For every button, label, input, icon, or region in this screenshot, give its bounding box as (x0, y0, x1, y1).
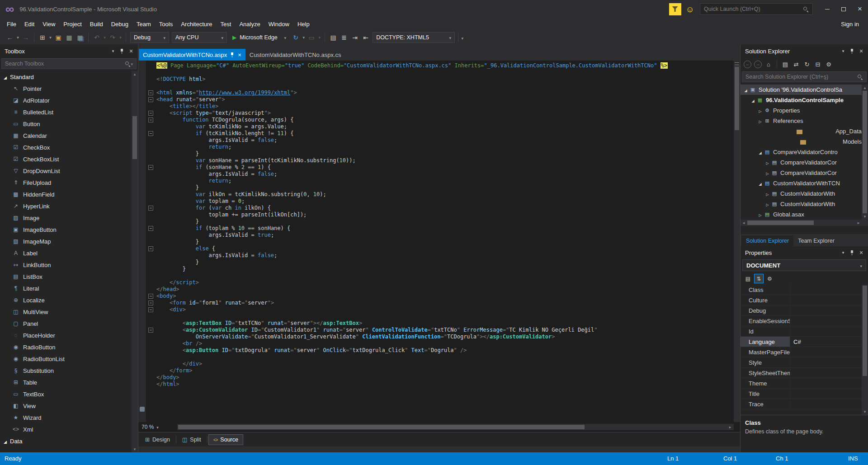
undo-dropdown-icon[interactable] (102, 35, 107, 40)
menu-item-debug[interactable]: Debug (107, 19, 132, 29)
tree-item[interactable]: 96.ValidationControlSample (741, 95, 862, 105)
code-line[interactable]: OnServerValidate="CustomValidator1_Serve… (138, 333, 734, 340)
search-options-icon[interactable] (131, 61, 133, 67)
pin-icon[interactable] (848, 249, 856, 257)
categorized-icon[interactable] (743, 274, 753, 283)
toolbox-item[interactable]: ▭Button (0, 118, 131, 130)
tree-item[interactable]: App_Data (741, 126, 862, 136)
menu-item-team[interactable]: Team (132, 19, 155, 29)
pin-icon[interactable] (118, 47, 126, 55)
navigate-backward-icon[interactable] (5, 32, 15, 43)
toolbox-item[interactable]: ▧ImageMap (0, 235, 131, 247)
refresh-dropdown-icon[interactable] (301, 35, 306, 40)
tree-item[interactable]: CustomValidatorWith (741, 188, 862, 199)
window-position-icon[interactable] (839, 249, 847, 257)
toolbox-item[interactable]: ☑CheckBox (0, 141, 131, 153)
close-icon[interactable] (127, 47, 135, 55)
tab-customvalidatorwithtcno-aspx[interactable]: CustomValidatorWithTCNo.aspx (139, 49, 245, 61)
pin-tab-icon[interactable] (230, 52, 235, 58)
solution-platform-dropdown[interactable]: Any CPU (172, 32, 227, 43)
expand-arrow-icon[interactable] (764, 190, 771, 197)
expand-arrow-icon[interactable] (764, 169, 771, 176)
toolbox-item[interactable]: ↦LinkButton (0, 259, 131, 271)
collapse-arrow-icon[interactable] (757, 180, 764, 187)
doctype-dropdown[interactable]: DOCTYPE: XHTML5 (373, 32, 455, 43)
code-line[interactable]: if (sonHane % 2 == 1) { (138, 164, 734, 171)
refresh-browser-icon[interactable] (290, 32, 301, 43)
code-line[interactable]: var tcKimlikNo = args.Value; (138, 123, 734, 130)
code-line[interactable]: <form id="form1" runat="server"> (138, 300, 734, 306)
minimize-button[interactable] (819, 0, 835, 18)
code-line[interactable]: args.IsValid = false; (138, 171, 734, 178)
source-view-button[interactable]: Source (208, 434, 243, 445)
pin-icon[interactable] (848, 47, 856, 55)
scrollbar-thumb[interactable] (735, 67, 739, 130)
property-row[interactable]: Id (741, 326, 862, 337)
close-tab-icon[interactable] (238, 52, 241, 58)
collapse-arrow-icon[interactable] (750, 97, 756, 103)
code-line[interactable] (138, 83, 734, 89)
comment-lines-icon[interactable] (339, 32, 349, 43)
toolbox-item[interactable]: ▭TextBox (0, 388, 131, 400)
toolbox-item[interactable]: ALabel (0, 247, 131, 259)
fold-collapse-icon[interactable] (148, 111, 153, 116)
expand-arrow-icon[interactable] (757, 211, 764, 218)
menu-item-help[interactable]: Help (293, 19, 314, 29)
code-line[interactable]: return; (138, 144, 734, 150)
code-line[interactable]: </div> (138, 361, 734, 367)
save-icon[interactable] (64, 32, 75, 43)
code-line[interactable] (138, 69, 734, 76)
design-view-button[interactable]: Design (140, 434, 175, 445)
scroll-right-icon[interactable] (726, 424, 734, 430)
browser-link-dropdown-icon[interactable] (317, 35, 322, 40)
code-line[interactable]: } (138, 239, 734, 245)
property-row[interactable]: Title (741, 389, 862, 399)
fold-collapse-icon[interactable] (148, 97, 153, 102)
tree-item[interactable]: CompareValidatorCor (741, 157, 862, 168)
new-item-dropdown-icon[interactable] (48, 35, 53, 40)
property-row[interactable]: Debug (741, 305, 862, 316)
redo-icon[interactable] (107, 32, 118, 43)
scrollbar-thumb[interactable] (132, 116, 137, 159)
code-line[interactable]: var sonHane = parseInt(tcKimlikNo.substr… (138, 157, 734, 164)
code-line[interactable]: if (toplam % 10 == sonHane) { (138, 225, 734, 232)
toolbox-item[interactable]: ⊞Table (0, 376, 131, 388)
fold-collapse-icon[interactable] (148, 117, 153, 122)
menu-item-view[interactable]: View (38, 19, 59, 29)
tree-item[interactable]: Global.asax (741, 209, 862, 220)
code-line[interactable]: </script> (138, 279, 734, 286)
expand-arrow-icon[interactable] (764, 201, 771, 207)
code-line[interactable]: args.IsValid = false; (138, 252, 734, 259)
toolbox-item[interactable]: ↖Pointer (0, 83, 131, 94)
code-line[interactable] (138, 354, 734, 361)
undo-icon[interactable] (91, 32, 102, 43)
property-row[interactable]: StyleSheetThem (741, 368, 862, 378)
code-line[interactable]: toplam += parseInt(ilkOn[ch]); (138, 211, 734, 218)
toolbox-section-data[interactable]: Data (0, 435, 131, 447)
notifications-filter-icon[interactable] (669, 3, 681, 15)
back-icon[interactable] (744, 61, 751, 68)
toolbox-item[interactable]: ☑CheckBoxList (0, 153, 131, 165)
code-line[interactable]: } (138, 150, 734, 157)
scroll-up-icon[interactable] (132, 71, 138, 77)
code-line[interactable]: <br /> (138, 340, 734, 347)
toolbox-section-standard[interactable]: Standard (0, 71, 131, 83)
tab-customvalidatorwithtcno-aspx-cs[interactable]: CustomValidatorWithTCNo.aspx.cs (245, 49, 345, 61)
code-line[interactable]: args.IsValid = true; (138, 232, 734, 239)
redo-dropdown-icon[interactable] (118, 35, 123, 40)
tab-team-explorer[interactable]: Team Explorer (793, 235, 839, 246)
increase-indent-icon[interactable] (349, 32, 360, 43)
refresh-icon[interactable] (802, 59, 812, 69)
code-line[interactable] (138, 313, 734, 320)
tree-item[interactable]: CompareValidatorCor (741, 168, 862, 178)
code-line[interactable]: <asp:TextBox ID="txtTCNo" runat="server"… (138, 320, 734, 327)
toolbox-scrollbar[interactable] (132, 71, 138, 452)
quick-launch-input[interactable]: Quick Launch (Ctrl+Q) (700, 3, 813, 15)
editor-vertical-scrollbar[interactable] (734, 61, 740, 422)
code-line[interactable]: <html xmlns="http://www.w3.org/1999/xhtm… (138, 89, 734, 96)
navigate-backward-dropdown-icon[interactable] (15, 35, 20, 40)
toolbox-item[interactable]: ◫MultiView (0, 306, 131, 318)
toolbox-search-input[interactable]: Search Toolbox (1, 58, 137, 69)
scrollbar-thumb[interactable] (178, 425, 585, 429)
code-line[interactable]: <asp:CustomValidator ID="CustomValidator… (138, 327, 734, 333)
